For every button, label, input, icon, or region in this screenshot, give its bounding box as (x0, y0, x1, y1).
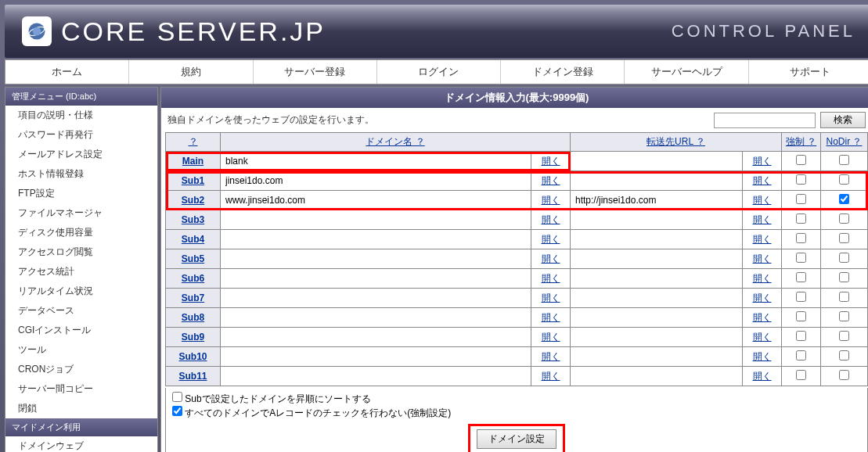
open-link[interactable]: 開く (542, 175, 560, 186)
domain-input[interactable] (224, 252, 528, 266)
topnav-item[interactable]: サーバー登録 (254, 60, 377, 84)
nodir-checkbox[interactable] (839, 253, 849, 263)
url-input[interactable] (574, 213, 739, 227)
sidebar-item[interactable]: ディスク使用容量 (5, 223, 157, 242)
nodir-checkbox[interactable] (839, 155, 849, 165)
domain-input[interactable] (224, 350, 528, 364)
row-label-link[interactable]: Sub8 (182, 312, 204, 323)
domain-input[interactable] (224, 271, 528, 285)
url-input[interactable] (574, 154, 739, 168)
sidebar-item[interactable]: 項目の説明・仕様 (5, 106, 157, 125)
force-checkbox[interactable] (796, 331, 806, 341)
sidebar-item[interactable]: ファイルマネージャ (5, 203, 157, 223)
url-input[interactable] (574, 271, 739, 285)
domain-input[interactable] (224, 193, 528, 207)
open-link[interactable]: 開く (542, 332, 560, 343)
nodir-checkbox[interactable] (839, 311, 849, 321)
domain-input[interactable] (224, 369, 528, 383)
nodir-checkbox[interactable] (839, 331, 849, 341)
force-checkbox[interactable] (796, 370, 806, 380)
sidebar-item[interactable]: データベース (5, 301, 157, 321)
sidebar-item[interactable]: アクセスログ閲覧 (5, 242, 157, 262)
domain-input[interactable] (224, 291, 528, 305)
th-q[interactable]: ？ (166, 133, 221, 152)
open-link[interactable]: 開く (753, 292, 772, 303)
open-link[interactable]: 開く (753, 253, 772, 264)
sidebar-item[interactable]: ツール (5, 340, 157, 360)
nodir-checkbox[interactable] (839, 233, 849, 243)
url-input[interactable] (574, 350, 739, 364)
open-link[interactable]: 開く (753, 371, 772, 382)
row-label-link[interactable]: Sub3 (182, 214, 204, 225)
row-label-link[interactable]: Sub6 (182, 273, 204, 284)
open-link[interactable]: 開く (753, 351, 772, 362)
open-link[interactable]: 開く (542, 253, 560, 264)
force-checkbox[interactable] (796, 350, 806, 361)
force-checkbox[interactable] (796, 194, 806, 204)
row-label-link[interactable]: Main (182, 156, 203, 167)
open-link[interactable]: 開く (542, 292, 560, 303)
domain-input[interactable] (224, 330, 528, 344)
open-link[interactable]: 開く (753, 195, 772, 206)
nodir-checkbox[interactable] (839, 194, 849, 204)
domain-submit-button[interactable]: ドメイン設定 (477, 429, 556, 449)
sidebar-item[interactable]: FTP設定 (5, 184, 157, 203)
force-checkbox[interactable] (796, 253, 806, 263)
url-input[interactable] (574, 174, 739, 188)
topnav-item[interactable]: サーバーヘルプ (625, 60, 748, 84)
open-link[interactable]: 開く (542, 156, 560, 167)
sort-option[interactable]: Subで設定したドメインを昇順にソートする (172, 393, 371, 404)
topnav-item[interactable]: ドメイン登録 (501, 60, 625, 84)
open-link[interactable]: 開く (753, 234, 772, 245)
nodir-checkbox[interactable] (839, 292, 849, 302)
row-label-link[interactable]: Sub11 (178, 371, 207, 382)
topnav-item[interactable]: サポート (749, 60, 868, 84)
th-domain[interactable]: ドメイン名 ？ (221, 133, 571, 152)
force-checkbox[interactable] (796, 213, 806, 224)
domain-input[interactable] (224, 310, 528, 325)
sidebar-item[interactable]: メールアドレス設定 (5, 145, 157, 164)
nodir-checkbox[interactable] (839, 174, 849, 185)
force-checkbox[interactable] (796, 174, 806, 185)
open-link[interactable]: 開く (542, 273, 560, 284)
th-url[interactable]: 転送先URL ？ (571, 133, 782, 152)
sidebar-item[interactable]: ドメインウェブ (5, 436, 157, 452)
sidebar-item[interactable]: CRONジョブ (5, 360, 157, 379)
sidebar-item[interactable]: CGIインストール (5, 321, 157, 340)
search-button[interactable]: 検索 (820, 112, 866, 128)
url-input[interactable] (574, 291, 739, 305)
row-label-link[interactable]: Sub1 (182, 175, 204, 186)
url-input[interactable] (574, 330, 739, 344)
open-link[interactable]: 開く (542, 351, 560, 362)
open-link[interactable]: 開く (753, 156, 772, 167)
url-input[interactable] (574, 369, 739, 383)
open-link[interactable]: 開く (753, 273, 772, 284)
open-link[interactable]: 開く (753, 175, 772, 186)
sidebar-item[interactable]: パスワード再発行 (5, 125, 157, 145)
open-link[interactable]: 開く (753, 214, 772, 225)
th-nodir[interactable]: NoDir ？ (821, 133, 868, 152)
row-label-link[interactable]: Sub5 (182, 253, 204, 264)
sidebar-item[interactable]: アクセス統計 (5, 262, 157, 282)
search-input[interactable] (714, 113, 816, 128)
force-checkbox[interactable] (796, 292, 806, 302)
open-link[interactable]: 開く (753, 312, 772, 323)
open-link[interactable]: 開く (542, 312, 560, 323)
row-label-link[interactable]: Sub9 (182, 332, 204, 343)
url-input[interactable] (574, 310, 739, 325)
domain-input[interactable] (224, 174, 528, 188)
row-label-link[interactable]: Sub2 (182, 195, 204, 206)
domain-input[interactable] (224, 213, 528, 227)
arecord-option[interactable]: すべてのドメインでAレコードのチェックを行わない(強制設定) (172, 407, 451, 418)
topnav-item[interactable]: ログイン (377, 60, 501, 84)
url-input[interactable] (574, 232, 739, 246)
open-link[interactable]: 開く (542, 371, 560, 382)
open-link[interactable]: 開く (542, 195, 560, 206)
force-checkbox[interactable] (796, 311, 806, 321)
domain-input[interactable] (224, 154, 528, 168)
force-checkbox[interactable] (796, 272, 806, 282)
row-label-link[interactable]: Sub4 (182, 234, 204, 245)
open-link[interactable]: 開く (542, 234, 560, 245)
nodir-checkbox[interactable] (839, 213, 849, 224)
sidebar-item[interactable]: ホスト情報登録 (5, 164, 157, 184)
